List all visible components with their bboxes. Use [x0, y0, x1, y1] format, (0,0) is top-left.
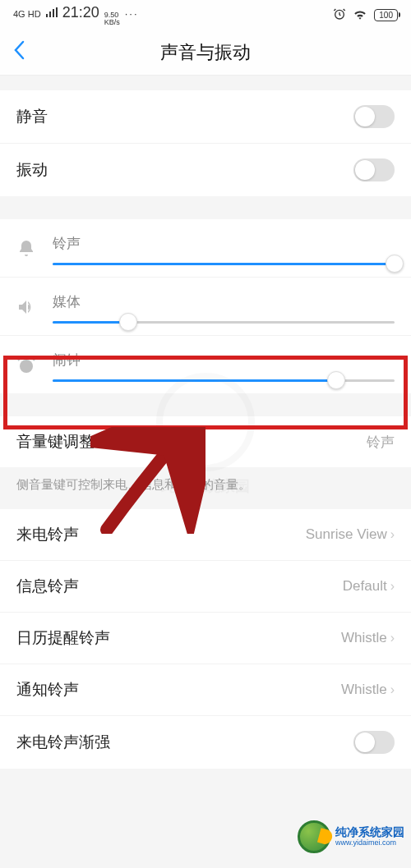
crescendo-label: 来电铃声渐强 [16, 732, 110, 753]
battery-indicator: 100 [374, 9, 398, 21]
signal-icon [46, 7, 58, 20]
mute-row: 静音 [0, 90, 411, 143]
ringtone-slider-label: 铃声 [53, 234, 395, 253]
vibrate-label: 振动 [16, 159, 48, 181]
speaker-icon [16, 297, 38, 322]
status-bar-right: 100 [333, 7, 398, 23]
network-indicator: 4G HD [13, 9, 41, 19]
calendar-ringtone-label: 日历提醒铃声 [16, 627, 110, 649]
incoming-ringtone-value: Sunrise View [306, 526, 387, 543]
crescendo-row: 来电铃声渐强 [0, 715, 411, 769]
page-title: 声音与振动 [0, 40, 411, 65]
status-bar-left: 4G HD 21:20 9.50 KB/s ··· [13, 4, 139, 26]
svg-rect-2 [53, 9, 54, 17]
message-ringtone-value: Default [343, 578, 387, 595]
alarm-volume-row: 闹钟 [0, 335, 411, 393]
svg-point-5 [20, 360, 33, 373]
watermark-logo: 纯净系统家园 www.yidaimei.com [298, 820, 404, 853]
network-speed: 9.50 KB/s [104, 11, 120, 26]
volume-key-label: 音量键调整 [16, 431, 95, 452]
svg-rect-3 [56, 7, 58, 17]
ringtone-volume-row: 铃声 [0, 219, 411, 277]
mute-toggle[interactable] [353, 105, 395, 128]
chevron-right-icon: › [390, 631, 395, 645]
calendar-ringtone-row[interactable]: 日历提醒铃声 Whistle › [0, 612, 411, 664]
message-ringtone-label: 信息铃声 [16, 576, 79, 597]
message-ringtone-row[interactable]: 信息铃声 Default › [0, 560, 411, 612]
logo-icon [298, 820, 330, 853]
notification-ringtone-label: 通知铃声 [16, 679, 79, 700]
volume-key-row[interactable]: 音量键调整 铃声 [0, 416, 411, 467]
calendar-ringtone-value: Whistle [341, 630, 387, 646]
media-slider-label: 媒体 [53, 292, 395, 311]
vibrate-row: 振动 [0, 143, 411, 196]
alarm-icon [333, 7, 346, 23]
chevron-right-icon: › [390, 682, 395, 697]
svg-rect-0 [46, 14, 48, 17]
svg-rect-1 [49, 11, 51, 17]
wifi-icon [353, 8, 367, 22]
incoming-ringtone-row[interactable]: 来电铃声 Sunrise View › [0, 509, 411, 560]
clock-icon [16, 356, 38, 380]
back-button[interactable] [13, 39, 25, 66]
more-dots: ··· [125, 7, 139, 20]
incoming-ringtone-label: 来电铃声 [16, 524, 79, 545]
media-slider[interactable] [53, 321, 395, 324]
chevron-right-icon: › [390, 579, 395, 594]
bell-icon [16, 239, 38, 264]
page-header: 声音与振动 [0, 30, 411, 76]
chevron-right-icon: › [390, 527, 395, 542]
notification-ringtone-row[interactable]: 通知铃声 Whistle › [0, 664, 411, 715]
media-volume-row: 媒体 [0, 277, 411, 335]
status-bar: 4G HD 21:20 9.50 KB/s ··· 100 [0, 0, 411, 30]
volume-key-value: 铃声 [367, 433, 395, 452]
volume-key-help: 侧音量键可控制来电、信息和通知的音量。 [0, 467, 411, 503]
watermark-brand: 纯净系统家园 [335, 826, 404, 838]
mute-label: 静音 [16, 106, 48, 127]
crescendo-toggle[interactable] [353, 731, 395, 754]
vibrate-toggle[interactable] [353, 158, 395, 181]
alarm-slider[interactable] [53, 379, 395, 382]
alarm-slider-label: 闹钟 [53, 351, 395, 370]
clock-time: 21:20 [62, 4, 99, 21]
watermark-url: www.yidaimei.com [335, 839, 404, 847]
ringtone-slider[interactable] [53, 263, 395, 265]
notification-ringtone-value: Whistle [341, 682, 387, 698]
